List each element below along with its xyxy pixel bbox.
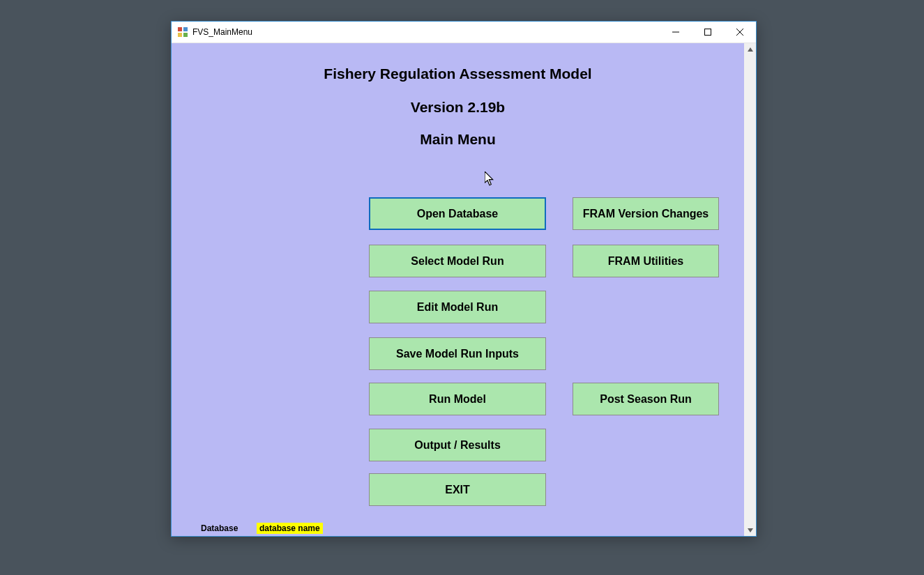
run-model-button[interactable]: Run Model	[369, 383, 546, 415]
button-label: Open Database	[417, 208, 498, 220]
button-label: FRAM Version Changes	[583, 208, 709, 220]
window-controls	[660, 22, 756, 43]
close-button[interactable]	[724, 22, 756, 43]
minimize-button[interactable]	[660, 22, 692, 43]
button-label: Save Model Run Inputs	[396, 348, 519, 360]
vertical-scrollbar[interactable]	[744, 43, 756, 536]
database-value: database name	[257, 523, 323, 534]
scroll-track[interactable]	[744, 55, 756, 524]
exit-button[interactable]: EXIT	[369, 473, 546, 506]
svg-rect-5	[705, 29, 711, 36]
database-label: Database	[201, 523, 257, 533]
menu-heading: Main Menu	[172, 131, 744, 148]
fram-version-changes-button[interactable]: FRAM Version Changes	[573, 197, 719, 230]
button-label: Post Season Run	[600, 393, 692, 406]
edit-model-run-button[interactable]: Edit Model Run	[369, 291, 546, 323]
save-model-run-inputs-button[interactable]: Save Model Run Inputs	[369, 337, 546, 370]
button-label: Run Model	[429, 393, 486, 406]
output-results-button[interactable]: Output / Results	[369, 429, 546, 461]
titlebar[interactable]: FVS_MainMenu	[172, 22, 756, 43]
maximize-button[interactable]	[692, 22, 724, 43]
button-label: EXIT	[445, 484, 470, 496]
open-database-button[interactable]: Open Database	[369, 197, 546, 230]
svg-rect-1	[183, 27, 188, 31]
post-season-run-button[interactable]: Post Season Run	[573, 383, 719, 415]
app-icon	[177, 26, 188, 38]
select-model-run-button[interactable]: Select Model Run	[369, 245, 546, 277]
window-title: FVS_MainMenu	[192, 27, 660, 37]
app-version: Version 2.19b	[172, 99, 744, 116]
cursor-icon	[485, 171, 496, 185]
scroll-down-arrow-icon[interactable]	[744, 524, 756, 536]
svg-rect-2	[178, 33, 182, 37]
button-label: Output / Results	[414, 439, 501, 452]
svg-rect-3	[183, 33, 188, 37]
app-title: Fishery Regulation Assessment Model	[172, 66, 744, 82]
database-status-row: Database database name	[201, 523, 323, 534]
svg-rect-0	[178, 27, 182, 31]
main-window: FVS_MainMenu Fishery Regulation Assessme…	[171, 21, 757, 537]
fram-utilities-button[interactable]: FRAM Utilities	[573, 245, 719, 277]
button-label: Select Model Run	[411, 255, 503, 268]
client-area: Fishery Regulation Assessment Model Vers…	[172, 43, 744, 536]
button-label: Edit Model Run	[417, 301, 498, 314]
button-label: FRAM Utilities	[608, 255, 683, 268]
scroll-up-arrow-icon[interactable]	[744, 43, 756, 55]
